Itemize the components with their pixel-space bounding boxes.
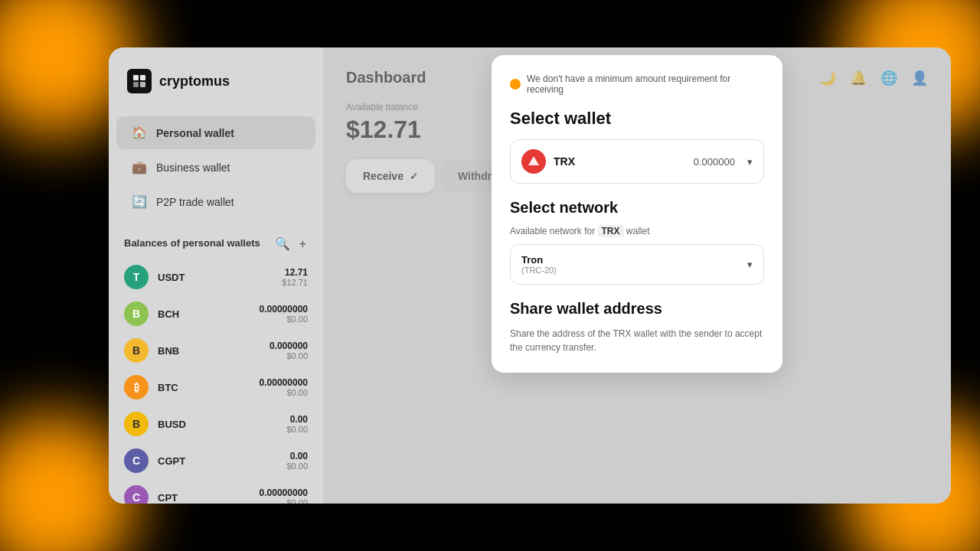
btc-balances: 0.00000000 $0.00 — [260, 377, 308, 397]
cpt-balances: 0.00000000 $0.00 — [260, 487, 308, 504]
cpt-logo: C — [124, 485, 149, 504]
network-info-block: Tron (TRC-20) — [521, 254, 557, 275]
cgpt-logo: C — [124, 448, 149, 473]
sidebar-item-business-wallet[interactable]: 💼 Business wallet — [116, 151, 315, 184]
usdt-balances: 12.71 $12.71 — [282, 267, 308, 287]
svg-rect-0 — [127, 69, 152, 93]
add-wallet-button[interactable]: + — [298, 236, 308, 253]
coin-item-usdt[interactable]: T USDT 12.71 $12.71 — [109, 259, 323, 295]
busd-balances: 0.00 $0.00 — [286, 414, 308, 434]
personal-wallet-nav-label: Personal wallet — [156, 127, 234, 139]
bch-amount: 0.00000000 — [260, 304, 308, 315]
logo-icon — [127, 69, 152, 93]
wallet-symbol: TRX — [554, 155, 686, 168]
coin-item-bch[interactable]: B BCH 0.00000000 $0.00 — [109, 295, 323, 332]
balances-actions: 🔍 + — [273, 235, 308, 253]
network-info: Available network for TRX wallet — [510, 226, 764, 236]
network-info-suffix: wallet — [626, 226, 650, 236]
sidebar: cryptomus 🏠 Personal wallet 💼 Business w… — [109, 47, 323, 504]
share-wallet-title: Share wallet address — [510, 300, 764, 318]
usdt-logo: T — [124, 265, 149, 289]
coin-item-busd[interactable]: B BUSD 0.00 $0.00 — [109, 406, 323, 442]
network-chevron-icon: ▾ — [747, 259, 753, 270]
svg-marker-5 — [528, 156, 539, 165]
btc-logo: ₿ — [124, 375, 149, 399]
cgpt-name: CGPT — [158, 455, 286, 467]
p2p-trade-wallet-nav-icon: 🔄 — [132, 194, 147, 209]
bch-name: BCH — [158, 308, 260, 320]
sidebar-item-personal-wallet[interactable]: 🏠 Personal wallet — [116, 116, 315, 149]
trx-logo — [521, 149, 546, 174]
btc-usd: $0.00 — [260, 388, 308, 397]
share-desc: Share the address of the TRX wallet with… — [510, 327, 764, 354]
btc-amount: 0.00000000 — [260, 377, 308, 388]
sidebar-item-p2p-trade-wallet[interactable]: 🔄 P2P trade wallet — [116, 185, 315, 218]
search-button[interactable]: 🔍 — [273, 235, 292, 253]
busd-logo: B — [124, 412, 149, 436]
bnb-usd: $0.00 — [270, 351, 308, 360]
svg-rect-4 — [140, 82, 145, 87]
busd-amount: 0.00 — [286, 414, 308, 425]
balances-title: Balances of personal wallets — [124, 237, 260, 250]
cgpt-amount: 0.00 — [286, 451, 308, 461]
coin-list: T USDT 12.71 $12.71 B BCH 0.00000000 $0.… — [109, 259, 323, 504]
cpt-name: CPT — [158, 492, 260, 504]
balances-header: Balances of personal wallets 🔍 + — [109, 220, 323, 259]
receive-modal: We don't have a minimum amount requireme… — [492, 55, 782, 373]
logo-text: cryptomus — [159, 73, 230, 90]
svg-rect-3 — [133, 82, 139, 87]
logo-area: cryptomus — [109, 69, 323, 115]
bch-balances: 0.00000000 $0.00 — [260, 304, 308, 324]
coin-item-cgpt[interactable]: C CGPT 0.00 $0.00 — [109, 442, 323, 479]
select-wallet-title: Select wallet — [510, 109, 764, 129]
coin-item-bnb[interactable]: B BNB 0.000000 $0.00 — [109, 332, 323, 369]
usdt-name: USDT — [158, 272, 282, 283]
bnb-name: BNB — [158, 345, 270, 357]
busd-usd: $0.00 — [286, 425, 308, 434]
trx-icon — [527, 155, 541, 168]
bch-usd: $0.00 — [260, 315, 308, 324]
personal-wallet-nav-icon: 🏠 — [132, 126, 147, 140]
svg-rect-1 — [133, 75, 139, 80]
wallet-balance: 0.000000 — [694, 156, 735, 168]
network-sub: (TRC-20) — [521, 266, 557, 275]
cgpt-balances: 0.00 $0.00 — [286, 451, 308, 471]
bnb-amount: 0.000000 — [270, 341, 308, 351]
usdt-amount: 12.71 — [282, 267, 308, 278]
wallet-selector[interactable]: TRX 0.000000 ▾ — [510, 139, 764, 184]
svg-rect-2 — [140, 75, 145, 80]
bnb-logo: B — [124, 338, 149, 363]
btc-name: BTC — [158, 382, 260, 393]
network-name: Tron — [521, 254, 557, 266]
network-selector[interactable]: Tron (TRC-20) ▾ — [510, 244, 764, 285]
cgpt-usd: $0.00 — [286, 461, 308, 471]
network-info-prefix: Available network for — [510, 226, 595, 236]
main-content: Dashboard 🌙 🔔 🌐 👤 Available balance $12.… — [323, 47, 951, 504]
bch-logo: B — [124, 302, 149, 326]
chevron-down-icon: ▾ — [747, 156, 753, 168]
business-wallet-nav-label: Business wallet — [156, 161, 230, 174]
select-network-title: Select network — [510, 199, 764, 217]
usdt-usd: $12.71 — [282, 278, 308, 287]
network-info-coin: TRX — [598, 225, 624, 237]
coin-item-btc[interactable]: ₿ BTC 0.00000000 $0.00 — [109, 369, 323, 406]
cpt-amount: 0.00000000 — [260, 487, 308, 498]
main-card: cryptomus 🏠 Personal wallet 💼 Business w… — [109, 47, 951, 504]
cpt-usd: $0.00 — [260, 498, 308, 504]
bnb-balances: 0.000000 $0.00 — [270, 341, 308, 360]
business-wallet-nav-icon: 💼 — [132, 160, 147, 174]
modal-overlay: We don't have a minimum amount requireme… — [323, 47, 951, 504]
notice-text: We don't have a minimum amount requireme… — [527, 73, 764, 95]
p2p-trade-wallet-nav-label: P2P trade wallet — [156, 196, 234, 208]
notice-dot — [510, 79, 521, 90]
busd-name: BUSD — [158, 419, 286, 430]
nav-items: 🏠 Personal wallet 💼 Business wallet 🔄 P2… — [109, 115, 323, 220]
notice-bar: We don't have a minimum amount requireme… — [510, 73, 764, 95]
coin-item-cpt[interactable]: C CPT 0.00000000 $0.00 — [109, 479, 323, 504]
